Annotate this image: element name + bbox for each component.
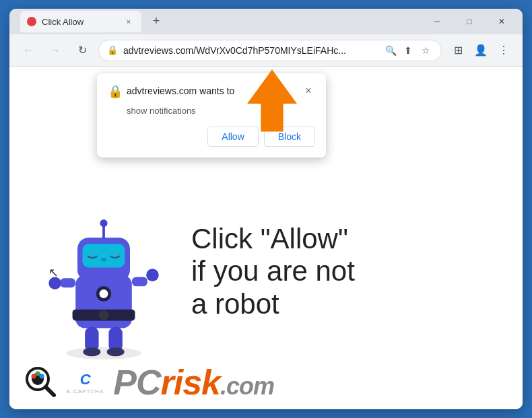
back-button[interactable]: ←	[18, 40, 39, 61]
ecaptcha-letter: C	[80, 371, 91, 388]
message-area: Click "Allow" if you are not a robot	[178, 223, 502, 320]
pc-text: PC	[113, 363, 160, 402]
message-line3: a robot	[191, 288, 279, 320]
window-controls: ─ □ ✕	[422, 11, 517, 32]
svg-marker-1	[247, 69, 297, 131]
new-tab-button[interactable]: +	[147, 11, 166, 30]
lock-icon: 🔒	[107, 45, 118, 55]
svg-point-19	[83, 347, 100, 356]
forward-button[interactable]: →	[44, 40, 66, 61]
page-content: 🔒 advtreviews.com wants to × show notifi…	[9, 67, 523, 409]
svg-line-29	[46, 387, 54, 395]
svg-rect-13	[60, 278, 75, 287]
ecaptcha-label: E-CAPTCHA	[67, 388, 104, 394]
close-button[interactable]: ✕	[486, 11, 517, 32]
popup-site-icon: 🔒	[108, 84, 121, 98]
share-icon-btn[interactable]: ⬆	[401, 43, 415, 58]
menu-button[interactable]: ⋮	[493, 40, 514, 61]
svg-point-16	[146, 269, 159, 281]
risk-text: risk	[160, 363, 220, 402]
reload-button[interactable]: ↻	[71, 40, 93, 61]
svg-point-5	[99, 310, 109, 320]
profile-button[interactable]: 👤	[470, 40, 492, 61]
minimize-button[interactable]: ─	[422, 11, 453, 32]
svg-rect-15	[132, 277, 147, 286]
tab-close-button[interactable]: ×	[123, 15, 135, 28]
title-bar: Click Allow × + ─ □ ✕	[9, 9, 523, 34]
browser-window: Click Allow × + ─ □ ✕ ← → ↻ 🔒 advtreview…	[9, 9, 523, 409]
toolbar-icons: ⊞ 👤 ⋮	[447, 40, 514, 61]
message-line2: if you are not	[191, 255, 355, 287]
message-line1: Click "Allow"	[191, 223, 348, 254]
url-action-icons: 🔍 ⬆ ☆	[383, 43, 433, 58]
search-icon-btn[interactable]: 🔍	[383, 43, 398, 58]
svg-point-12	[100, 219, 107, 227]
svg-point-20	[107, 347, 125, 356]
pcrisk-brand: C E-CAPTCHA PCrisk.com	[9, 355, 523, 409]
mouse-cursor-icon: ↖	[48, 265, 59, 280]
svg-rect-10	[101, 258, 106, 261]
pcrisk-logo-icon	[23, 364, 60, 401]
tab-favicon	[27, 17, 36, 26]
pcrisk-logo-text: PCrisk.com	[113, 362, 274, 403]
tab-title: Click Allow	[42, 17, 117, 27]
svg-point-28	[40, 374, 44, 378]
orange-arrow-icon	[232, 67, 312, 144]
svg-point-22	[100, 289, 108, 298]
bookmark-icon-btn[interactable]: ☆	[418, 43, 433, 58]
dotcom-text: .com	[220, 372, 274, 400]
extension-button[interactable]: ⊞	[447, 40, 469, 61]
svg-point-27	[36, 371, 40, 376]
browser-tab[interactable]: Click Allow ×	[20, 11, 141, 32]
maximize-button[interactable]: □	[454, 11, 485, 32]
url-bar[interactable]: 🔒 advtreviews.com/WdVrXv0Cd7hP570MIYsLEi…	[98, 40, 442, 61]
url-text: advtreviews.com/WdVrXv0Cd7hP570MIYsLEiFA…	[123, 45, 378, 56]
svg-point-26	[32, 374, 36, 378]
address-bar: ← → ↻ 🔒 advtreviews.com/WdVrXv0Cd7hP570M…	[9, 34, 523, 67]
captcha-message: Click "Allow" if you are not a robot	[191, 223, 502, 320]
